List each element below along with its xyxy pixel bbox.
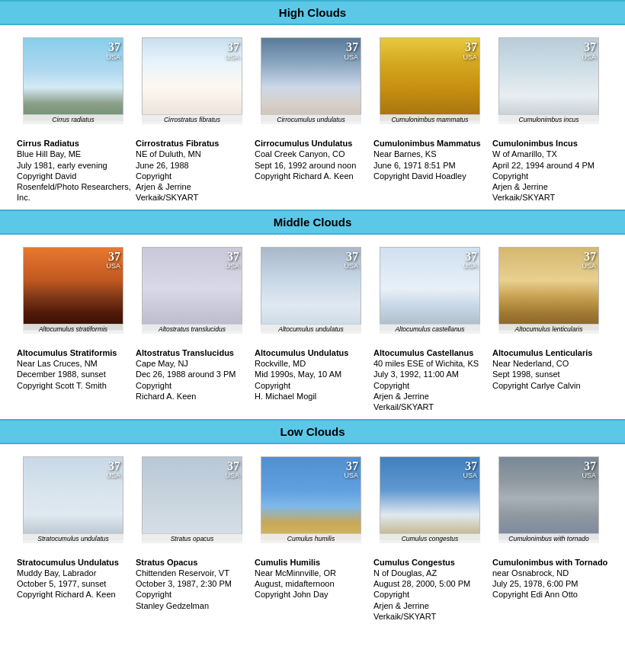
svg-point-760 [493,469,498,474]
svg-point-150 [255,104,260,108]
svg-point-536 [82,451,86,456]
svg-point-154 [255,119,260,123]
svg-point-741 [542,544,546,549]
svg-point-299 [124,283,129,287]
svg-point-777 [600,530,604,535]
svg-point-743 [550,544,554,549]
svg-point-257 [600,111,604,116]
svg-point-334 [223,242,228,246]
svg-point-225 [557,125,562,130]
svg-point-329 [200,334,205,339]
svg-point-37 [124,66,129,70]
svg-point-333 [216,334,220,339]
svg-point-341 [243,245,248,249]
svg-point-159 [385,125,389,130]
svg-point-79 [239,125,243,130]
svg-point-593 [216,544,220,549]
info-col-altocumulus-lenticularis: Altocumulus LenticularisNear Nederland, … [492,347,608,413]
svg-point-17 [82,125,86,130]
stamp-col-altocumulus-castellanus: 37USAAltocumulus castellanus [373,241,489,341]
svg-point-16 [82,32,86,37]
svg-point-658 [255,477,260,482]
svg-point-613 [243,500,248,504]
svg-point-241 [600,50,604,55]
stamp-col-cumulus-congestus: 37USACumulus congestus [373,450,489,551]
svg-point-376 [304,242,309,246]
svg-point-330 [208,242,213,246]
cloud-location-cumulonimbus-incus: W of Amarillo, TX [492,149,608,159]
svg-point-166 [415,32,420,37]
svg-point-761 [600,469,604,474]
svg-point-38 [18,73,22,78]
svg-point-402 [255,283,260,287]
svg-point-210 [504,32,508,37]
svg-point-216 [527,32,531,37]
svg-point-298 [18,283,22,287]
svg-point-163 [400,125,405,130]
svg-point-771 [600,507,604,512]
svg-point-502 [493,267,498,272]
svg-point-36 [18,66,22,70]
svg-point-355 [243,298,248,302]
svg-point-127 [342,125,347,130]
svg-point-250 [493,88,498,93]
svg-point-409 [362,306,367,310]
svg-point-525 [36,544,40,549]
svg-point-565 [124,515,129,520]
stamp-col-cumulonimbus-mammatus: 37USACumulonimbus mammatus [373,31,489,132]
svg-point-222 [550,32,554,37]
svg-point-18 [89,32,94,37]
svg-point-152 [255,111,260,116]
stamp-cumulonimbus-incus: 37USACumulonimbus incus [492,31,605,130]
cloud-name-altocumulus-stratiformis: Altocumulus Stratiformis [17,347,133,358]
svg-point-206 [374,119,379,123]
stamp-value-cumulonimbus-tornado: 37USA [582,459,596,480]
svg-point-91 [243,73,248,78]
svg-point-139 [362,58,367,62]
svg-point-347 [243,267,248,272]
svg-point-701 [469,544,473,549]
svg-point-467 [481,328,486,333]
svg-point-231 [580,125,585,130]
svg-point-618 [136,523,141,527]
svg-point-108 [274,32,278,37]
svg-point-415 [362,328,367,333]
svg-point-202 [374,104,379,108]
svg-point-132 [255,35,260,40]
svg-point-575 [147,544,152,549]
svg-point-358 [136,313,141,318]
svg-point-190 [374,58,379,62]
svg-point-579 [162,544,167,549]
svg-point-620 [136,530,141,535]
svg-point-328 [200,242,205,246]
svg-point-388 [350,242,354,246]
svg-point-61 [170,125,175,130]
cloud-name-cumulus-congestus: Cumulus Congestus [373,557,489,568]
svg-point-585 [185,544,190,549]
svg-point-98 [136,104,141,108]
svg-point-287 [120,334,124,339]
svg-point-490 [580,242,585,246]
svg-point-520 [21,451,25,456]
svg-point-89 [243,66,248,70]
svg-point-621 [243,530,248,535]
cloud-name-stratus-opacus: Stratus Opacus [136,557,252,568]
svg-point-661 [362,485,367,489]
svg-point-688 [423,451,428,456]
svg-point-50 [18,119,22,123]
svg-point-559 [124,492,129,497]
svg-point-682 [400,451,405,456]
svg-point-521 [21,544,25,549]
svg-point-344 [136,260,141,264]
svg-point-496 [493,245,498,249]
info-row: Cirrus RadiatusBlue Hill Bay, MEJuly 198… [0,135,625,210]
svg-point-616 [136,515,141,520]
svg-point-184 [374,35,379,40]
svg-point-301 [124,290,129,295]
svg-point-580 [170,451,175,456]
svg-point-58 [162,32,167,37]
stamp-value-altocumulus-stratiformis: 37USA [106,250,120,270]
svg-point-104 [258,32,263,37]
svg-point-379 [312,334,316,339]
svg-point-137 [362,50,367,55]
